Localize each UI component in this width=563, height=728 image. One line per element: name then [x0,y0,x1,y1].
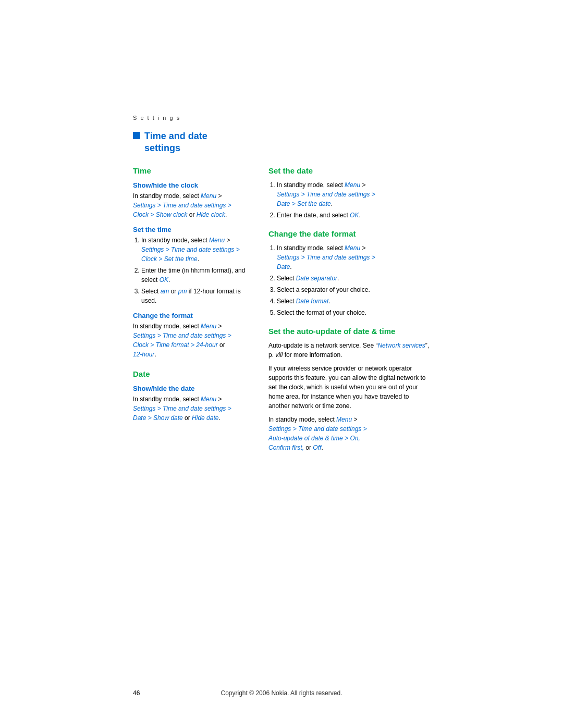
title-block: Time and date settings [133,130,430,155]
show-hide-clock-title: Show/hide the clock [133,181,253,189]
change-format-title: Change the format [133,312,253,319]
change-date-step5: Select the format of your choice. [277,308,430,317]
auto-update-title: Set the auto-update of date & time [268,327,430,336]
set-time-list: In standby mode, select Menu > Settings … [133,236,253,305]
auto-update-section: Set the auto-update of date & time Auto-… [268,327,430,452]
show-hide-date-title: Show/hide the date [133,385,253,392]
date-heading: Date [133,369,253,378]
date-section: Date Show/hide the date In standby mode,… [133,369,253,423]
show-hide-clock-body: In standby mode, select Menu > Settings … [133,191,253,219]
settings-label: S e t t i n g s [133,115,430,121]
main-title: Time and date settings [144,130,207,155]
copyright: Copyright © 2006 Nokia. All rights reser… [0,689,563,697]
title-square-icon [133,132,140,139]
change-date-step1: In standby mode, select Menu > Settings … [277,243,430,272]
auto-update-body1: Auto-update is a network service. See “N… [268,341,430,360]
change-date-step2: Select Date separator. [277,274,430,283]
auto-update-body3: In standby mode, select Menu > Settings … [268,415,430,452]
change-format-section: Change the format In standby mode, selec… [133,312,253,359]
show-hide-date-section: Show/hide the date In standby mode, sele… [133,385,253,423]
change-date-format-title: Change the date format [268,229,430,238]
set-date-list: In standby mode, select Menu > Settings … [268,180,430,220]
set-time-step2: Enter the time (in hh:mm format), and se… [141,266,253,285]
change-date-list: In standby mode, select Menu > Settings … [268,243,430,317]
show-hide-clock-section: Show/hide the clock In standby mode, sel… [133,181,253,219]
show-hide-date-body: In standby mode, select Menu > Settings … [133,394,253,423]
set-date-step2: Enter the date, and select OK. [277,211,430,220]
change-date-format-section: Change the date format In standby mode, … [268,229,430,317]
change-date-step4: Select Date format. [277,297,430,306]
time-section: Time Show/hide the clock In standby mode… [133,166,253,359]
set-date-title: Set the date [268,166,430,175]
set-time-title: Set the time [133,226,253,233]
set-time-section: Set the time In standby mode, select Men… [133,226,253,305]
set-time-step1: In standby mode, select Menu > Settings … [141,236,253,264]
set-date-step1: In standby mode, select Menu > Settings … [277,180,430,208]
change-date-step3: Select a separator of your choice. [277,285,430,294]
auto-update-body2: If your wireless service provider or net… [268,364,430,411]
set-time-step3: Select am or pm if 12-hour format is use… [141,287,253,305]
set-date-section: Set the date In standby mode, select Men… [268,166,430,220]
change-format-body: In standby mode, select Menu > Settings … [133,322,253,359]
time-heading: Time [133,166,253,175]
